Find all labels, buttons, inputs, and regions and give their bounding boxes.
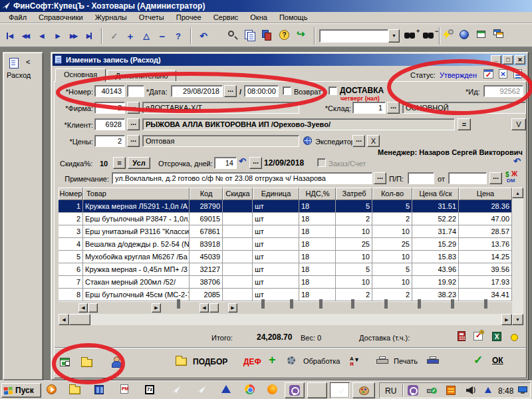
- column-scroll-left-button[interactable]: ◀: [200, 303, 209, 313]
- client-equals-button[interactable]: =: [458, 118, 471, 130]
- column-header[interactable]: Номер: [59, 188, 83, 200]
- add-position-button[interactable]: +: [269, 353, 276, 367]
- discount-usl-button[interactable]: Усл: [128, 157, 150, 169]
- delivery-checkbox[interactable]: [329, 86, 337, 95]
- hscroll-thumb[interactable]: [69, 314, 90, 325]
- return-label[interactable]: Возврат: [294, 87, 321, 96]
- menu-item[interactable]: Отчеты: [133, 13, 170, 21]
- menu-item[interactable]: Помощь: [273, 13, 314, 21]
- table-row[interactable]: 4Вешалка д/одежды р. 52-54 (N83918шт1825…: [59, 238, 512, 251]
- add-record-button[interactable]: +: [122, 28, 138, 44]
- sort-button[interactable]: А Я ▼: [350, 356, 359, 367]
- menu-item[interactable]: Файл: [3, 13, 33, 21]
- search-icon[interactable]: [228, 31, 234, 37]
- column-scroll-thumb[interactable]: [88, 303, 98, 313]
- prices-code-field[interactable]: 2: [94, 135, 125, 147]
- column-header[interactable]: Скидка: [223, 188, 253, 200]
- menu-item[interactable]: Прочее: [170, 13, 207, 21]
- order-checkbox[interactable]: [317, 158, 326, 167]
- tab-main[interactable]: Основная: [55, 68, 106, 82]
- pp-browse-button[interactable]: ...: [489, 172, 502, 184]
- firm-code-field[interactable]: 2: [94, 102, 125, 114]
- date-browse-button[interactable]: ...: [224, 85, 237, 97]
- help-what-button[interactable]: ?: [170, 28, 186, 44]
- firm-browse-button[interactable]: ...: [127, 102, 140, 114]
- table-row[interactable]: 1Кружка мерная Л5291 -1,0л /А28790шт1855…: [59, 200, 512, 213]
- table-vscrollbar[interactable]: [512, 188, 523, 325]
- task-button-palette[interactable]: [352, 382, 375, 398]
- discount-equals-button[interactable]: =: [113, 157, 126, 169]
- next-button[interactable]: ▶: [49, 28, 65, 44]
- scroll-up-button[interactable]: ▲: [512, 188, 523, 198]
- column-header[interactable]: Код: [190, 188, 223, 200]
- expeditor-clear-button[interactable]: X: [367, 135, 380, 147]
- column-header[interactable]: Затреб: [336, 188, 372, 200]
- table-row[interactable]: 2Ерш бутылочный Р3847 - 1,0л,69015шт1822…: [59, 213, 512, 225]
- client-v-button[interactable]: V: [511, 118, 526, 130]
- delete-record-button[interactable]: −: [154, 28, 170, 44]
- scroll-down-button[interactable]: ▼: [512, 314, 523, 325]
- task-button-laptop[interactable]: [307, 382, 327, 398]
- quick-find-button[interactable]: [443, 29, 455, 41]
- column-scroll-thumb[interactable]: [209, 303, 219, 313]
- help-button[interactable]: ?: [279, 30, 289, 40]
- stock-browse-button[interactable]: ...: [387, 102, 400, 114]
- sphere-button[interactable]: [460, 30, 469, 39]
- start-button[interactable]: Пуск: [1, 383, 41, 398]
- column-scroll-left-button[interactable]: ◀: [78, 303, 88, 313]
- search-dropdown-button[interactable]: ▼: [388, 29, 400, 43]
- stock-code-field[interactable]: 1: [352, 102, 386, 114]
- document-icon[interactable]: [9, 58, 19, 68]
- column-header[interactable]: Товар: [83, 188, 190, 200]
- pp-field[interactable]: [408, 172, 434, 184]
- defer-browse-button[interactable]: ...: [249, 157, 262, 169]
- scroll-right-button[interactable]: ▶: [501, 314, 512, 325]
- prev-fast-button[interactable]: ◀◀: [17, 28, 33, 44]
- menu-item[interactable]: Окна: [244, 13, 273, 21]
- redo-button[interactable]: ↪: [297, 28, 305, 40]
- expeditor-browse-button[interactable]: ...: [352, 135, 365, 147]
- menu-item[interactable]: Журналы: [89, 13, 133, 21]
- defer-undo-button[interactable]: ↶: [239, 156, 246, 166]
- globe-icon[interactable]: [303, 136, 312, 145]
- column-scroll-right-button[interactable]: ▶: [152, 303, 161, 313]
- minimize-button[interactable]: _: [491, 55, 501, 65]
- table-row[interactable]: 5Мухобойка круглая М6267 /Ба45039шт18101…: [59, 251, 512, 263]
- prev-button[interactable]: ◀: [33, 28, 49, 44]
- tab-extra[interactable]: Дополнительно: [107, 70, 176, 82]
- number-extra-field[interactable]: [127, 85, 144, 97]
- table-row[interactable]: 6Кружка мерная - 0,45л МП+ /332127шт1855…: [59, 263, 512, 276]
- ok-button[interactable]: ✓ ОК: [473, 353, 520, 369]
- menu-item[interactable]: Сервис: [207, 13, 245, 21]
- undo-button[interactable]: ↶: [196, 28, 211, 44]
- task-button-viber[interactable]: [285, 382, 305, 398]
- note-field[interactable]: ул.Воклальня, д.2 готово с/ф № от 23.08 …: [112, 172, 372, 184]
- sidebar-collapse-button[interactable]: <: [26, 58, 30, 66]
- table-row[interactable]: 3Ерш унитазный Р3116 "Класси67861шт18101…: [59, 225, 512, 238]
- menu-item[interactable]: Справочники: [33, 13, 89, 21]
- currency-icon[interactable]: $ Ж DM: [505, 172, 517, 182]
- client-browse-button[interactable]: ...: [127, 118, 140, 130]
- table-hscrollbar[interactable]: [59, 314, 512, 325]
- podbor-button[interactable]: ПОДБОР: [176, 355, 249, 370]
- task-button-finsoft-active[interactable]: [330, 382, 350, 398]
- language-indicator[interactable]: RU: [385, 386, 396, 396]
- time-field[interactable]: 08:00:00: [244, 85, 279, 97]
- first-record-button[interactable]: ◀: [1, 28, 17, 44]
- last-record-button[interactable]: ▶: [81, 28, 97, 44]
- close-button[interactable]: ✕: [515, 55, 525, 65]
- column-header[interactable]: Кол-во: [372, 188, 412, 200]
- defer-days-field[interactable]: 14: [214, 157, 237, 169]
- column-header[interactable]: Единица: [253, 188, 299, 200]
- maximize-button[interactable]: □: [503, 55, 513, 65]
- search-input[interactable]: [319, 29, 388, 43]
- column-scroll-right-button[interactable]: ▶: [228, 303, 237, 313]
- apply-button[interactable]: ✓: [106, 28, 122, 44]
- ot-field[interactable]: [448, 172, 487, 184]
- edit-record-button[interactable]: △: [138, 28, 154, 44]
- column-header[interactable]: Цена: [459, 188, 512, 200]
- delivery-label[interactable]: ДОСТАВКА: [340, 86, 384, 95]
- clock[interactable]: 8:48: [498, 386, 513, 396]
- column-header[interactable]: Цена б/ск: [412, 188, 459, 200]
- client-code-field[interactable]: 6928: [94, 118, 125, 130]
